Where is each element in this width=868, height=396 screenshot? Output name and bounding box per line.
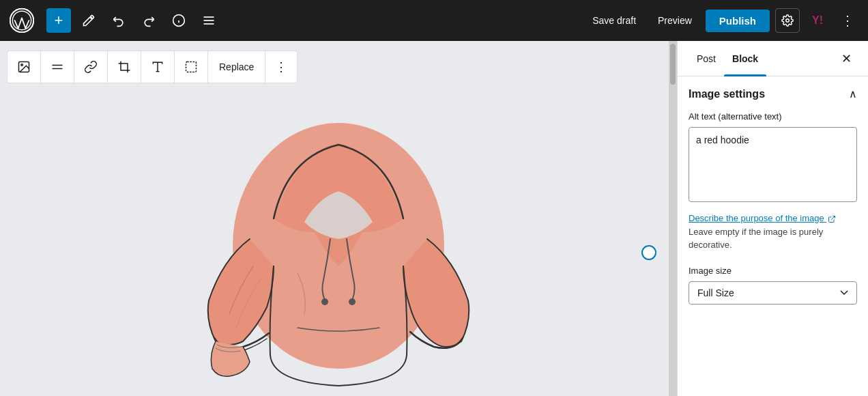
- svg-rect-14: [186, 62, 197, 72]
- sidebar-tabs: Post Block ✕: [678, 41, 868, 76]
- add-block-button[interactable]: +: [46, 8, 71, 33]
- top-toolbar: + Save draft Preview Publish Y! ⋮: [0, 0, 868, 41]
- wp-logo: [8, 7, 35, 34]
- yoast-icon: Y!: [812, 14, 823, 27]
- image-tool-align[interactable]: [41, 51, 74, 83]
- info-button[interactable]: [167, 8, 191, 33]
- editor-area: Replace ⋮: [0, 41, 677, 396]
- tab-block[interactable]: Block: [724, 41, 766, 76]
- image-tool-crop[interactable]: [108, 51, 141, 83]
- svg-point-16: [321, 298, 328, 305]
- save-draft-button[interactable]: Save draft: [584, 10, 644, 31]
- image-tool-text[interactable]: [141, 51, 175, 83]
- svg-line-18: [831, 216, 835, 220]
- settings-button[interactable]: [775, 8, 800, 33]
- image-settings-section: Image settings ∧ Alt text (alternative t…: [678, 76, 868, 315]
- undo-button[interactable]: [106, 8, 131, 33]
- publish-button[interactable]: Publish: [706, 10, 770, 32]
- alt-text-description: Describe the purpose of the image Leave …: [689, 212, 857, 252]
- yoast-button[interactable]: Y!: [805, 8, 830, 33]
- more-options-button[interactable]: ⋮: [835, 8, 860, 33]
- tab-post[interactable]: Post: [689, 41, 724, 76]
- alt-text-link[interactable]: Describe the purpose of the image: [689, 213, 836, 223]
- image-more-options[interactable]: ⋮: [265, 51, 297, 83]
- alt-text-label: Alt text (alternative text): [689, 111, 857, 122]
- list-view-button[interactable]: [197, 8, 221, 33]
- svg-point-17: [349, 298, 356, 305]
- image-tool-picture[interactable]: [8, 51, 41, 83]
- collapse-button[interactable]: ∧: [849, 87, 857, 100]
- image-size-label: Image size: [689, 266, 857, 276]
- settings-title: Image settings: [689, 88, 765, 100]
- resize-handle[interactable]: [641, 245, 656, 260]
- hoodie-image-area: [0, 96, 677, 396]
- image-tool-link[interactable]: [74, 51, 108, 83]
- svg-point-7: [786, 19, 790, 23]
- right-sidebar: Post Block ✕ Image settings ∧ Alt text (…: [677, 41, 868, 396]
- preview-button[interactable]: Preview: [650, 10, 700, 31]
- edit-tool-button[interactable]: [76, 8, 101, 33]
- image-tool-select[interactable]: [175, 51, 208, 83]
- hoodie-illustration: [161, 96, 516, 396]
- replace-button[interactable]: Replace: [208, 51, 265, 83]
- main-area: Replace ⋮: [0, 41, 868, 396]
- alt-text-input[interactable]: a red hoodie: [689, 127, 857, 202]
- image-toolbar: Replace ⋮: [7, 51, 298, 83]
- svg-point-9: [21, 64, 23, 66]
- redo-button[interactable]: [136, 8, 161, 33]
- settings-header: Image settings ∧: [689, 87, 857, 100]
- scroll-thumb: [670, 44, 676, 85]
- sidebar-close-button[interactable]: ✕: [835, 48, 857, 70]
- image-size-select[interactable]: Full Size Large Medium Thumbnail: [689, 281, 857, 305]
